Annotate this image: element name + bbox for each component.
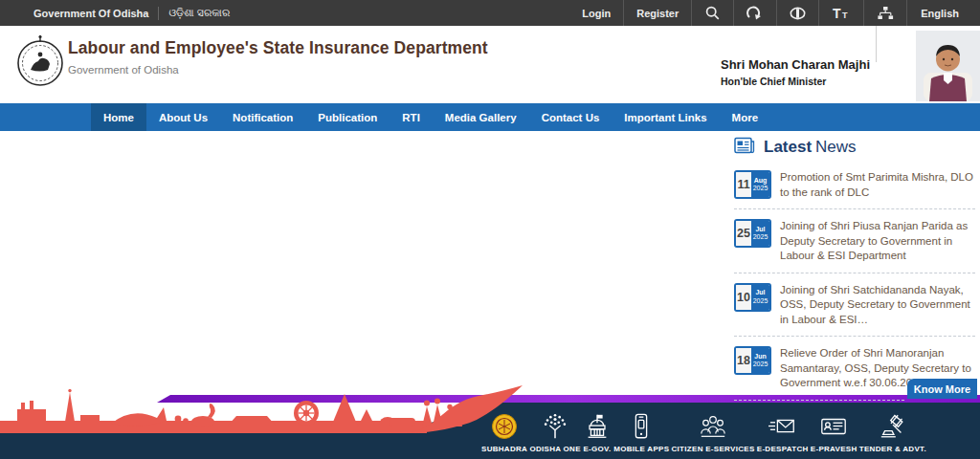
nav-item-about-us[interactable]: About Us [146,103,220,131]
nav-item-rti[interactable]: RTI [390,103,433,131]
sitemap-icon[interactable] [864,0,906,26]
news-item-text: Promotion of Smt Parimita Mishra, DLO to… [780,170,975,200]
topbar-right: Login Register [569,0,980,26]
news-item[interactable]: 25 Jul2025 Joining of Shri Piusa Ranjan … [734,219,975,264]
news-item[interactable]: 10 Jul2025 Joining of Shri Satchidananda… [734,283,975,328]
font-size-icon[interactable]: T T [819,0,863,26]
nav-item-notification[interactable]: Notification [220,103,305,131]
nav-item-media-gallery[interactable]: Media Gallery [433,103,529,131]
header-divider [876,26,877,62]
footer-link-citizen-eservices[interactable]: CITIZEN E-SERVICES [672,412,755,453]
chief-minister-block: Shri Mohan Charan Majhi Hon'ble Chief Mi… [721,57,870,87]
latest-news-header: LatestNews [734,137,975,158]
topbar: Government Of Odisha ଓଡ଼ିଶା ସରକାର Login … [0,0,980,26]
odisha-one-icon [541,412,569,441]
tender-advt-icon [878,412,908,441]
banner-slider [0,131,732,389]
odisha-state-emblem [16,33,64,97]
news-separator [734,336,975,337]
page: Government Of Odisha ଓଡ଼ିଶା ସରକାର Login … [0,0,980,459]
egov-icon [583,412,612,441]
news-separator [734,400,904,401]
chief-minister-photo [916,31,980,101]
footer-link-epravesh[interactable]: E-PRAVESH [811,412,858,453]
login-link[interactable]: Login [569,0,623,26]
citizen-eservices-icon [697,412,729,441]
mobile-apps-icon [627,412,656,441]
nav-item-more[interactable]: More [720,103,770,131]
news-date-badge: 25 Jul2025 [734,219,771,248]
news-separator [734,273,975,273]
main-nav: Home About Us Notification Publication R… [0,103,980,131]
government-of-odisha-link[interactable]: Government Of Odisha [33,8,148,19]
news-date-badge: 18 Jun2025 [734,346,771,375]
chief-minister-name: Shri Mohan Charan Majhi [721,57,870,72]
latest-news-panel: LatestNews 11 Aug2025 Promotion of Smt P… [734,137,975,410]
chief-minister-title: Hon'ble Chief Minister [721,76,870,87]
footer-quicklinks: SUBHADRA ODISHA ONE [481,407,926,453]
search-icon[interactable] [692,0,733,26]
news-date-badge: 10 Jul2025 [734,283,771,312]
topbar-left: Government Of Odisha ଓଡ଼ିଶା ସରକାର [0,7,230,20]
skip-to-content-icon[interactable] [734,0,776,26]
register-link[interactable]: Register [624,0,691,26]
contrast-icon[interactable] [777,0,818,26]
news-item-text: Joining of Shri Piusa Ranjan Parida as D… [780,219,975,264]
latest-news-title: LatestNews [764,138,857,157]
news-item-text: Joining of Shri Satchidananda Nayak, OSS… [780,283,975,328]
nav-item-important-links[interactable]: Important Links [612,103,719,131]
footer-link-tender-advt[interactable]: TENDER & ADVT. [859,412,926,453]
nav-item-contact-us[interactable]: Contact Us [529,103,612,131]
footer-link-subhadra[interactable]: SUBHADRA [481,412,527,453]
news-separator [734,208,975,209]
language-select[interactable]: English [907,0,980,26]
nav-item-publication[interactable]: Publication [305,103,390,131]
footer-link-edespatch[interactable]: E-DESPATCH [757,412,809,453]
site-title: Labour and Employee's State Insurance De… [68,38,488,58]
footer-link-mobile-apps[interactable]: MOBILE APPS [613,412,669,453]
footer-link-odisha-one[interactable]: ODISHA ONE [529,412,580,453]
svg-text:T: T [842,11,848,20]
newspaper-icon [734,137,755,158]
know-more-button[interactable]: Know More [907,379,977,399]
footer-link-egov[interactable]: E-GOV. [583,412,612,453]
epravesh-icon [818,412,849,441]
title-block: Labour and Employee's State Insurance De… [68,38,488,76]
news-date-badge: 11 Aug2025 [734,170,771,199]
news-item[interactable]: 11 Aug2025 Promotion of Smt Parimita Mis… [734,170,975,200]
svg-text:T: T [833,6,841,21]
header: Labour and Employee's State Insurance De… [0,26,980,103]
topbar-divider [158,7,159,20]
subhadra-icon [490,412,519,441]
nav-item-home[interactable]: Home [91,103,146,131]
edespatch-icon [767,412,799,441]
government-of-odisha-odia-link[interactable]: ଓଡ଼ିଶା ସରକାର [168,7,230,19]
site-subtitle: Government of Odisha [68,64,488,76]
